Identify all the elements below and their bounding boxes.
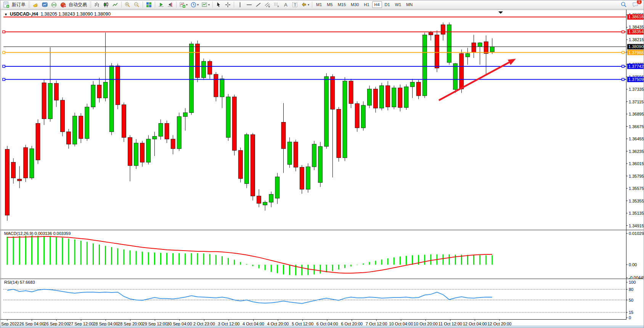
svg-text:10 Oct 04:00: 10 Oct 04:00 <box>389 322 413 326</box>
svg-text:1.36015: 1.36015 <box>629 161 644 166</box>
zoom-in-button[interactable] <box>123 1 132 8</box>
new-order-button[interactable] <box>2 1 11 8</box>
tab-h4[interactable]: H4 <box>372 1 382 8</box>
bar-chart-icon <box>94 2 100 8</box>
toolbar-separator <box>212 2 213 8</box>
svg-text:29 Sep 12:00: 29 Sep 12:00 <box>143 322 167 326</box>
svg-text:1.37988: 1.37988 <box>628 50 644 55</box>
toolbar-separator <box>312 2 312 8</box>
candlestick-icon <box>103 2 109 8</box>
toolbar-separator <box>234 2 234 8</box>
bar-chart-button[interactable] <box>93 1 101 8</box>
line-chart-button[interactable] <box>111 1 120 8</box>
svg-text:1.38435: 1.38435 <box>629 25 644 29</box>
autotrade-label[interactable]: 自动交易 <box>69 2 87 8</box>
clock-icon <box>190 2 197 8</box>
zoom-out-button[interactable] <box>132 1 141 8</box>
arrows-tool-button[interactable]: ▾ <box>300 1 310 8</box>
tab-m1[interactable]: M1 <box>314 1 324 8</box>
svg-text:28 Sep 20:00: 28 Sep 20:00 <box>118 322 143 326</box>
tab-m5[interactable]: M5 <box>324 1 335 8</box>
cursor-icon <box>215 2 222 8</box>
svg-text:A: A <box>284 2 287 8</box>
indicators-plus-icon <box>179 2 186 8</box>
candlestick-button[interactable] <box>102 1 111 8</box>
chart-quotes: 1.38205 1.38243 1.38090 1.38090 <box>41 11 111 17</box>
templates-button[interactable]: ▾ <box>200 1 211 8</box>
tab-h1[interactable]: H1 <box>361 1 371 8</box>
tab-m30[interactable]: M30 <box>348 1 361 8</box>
fibonacci-tool-button[interactable]: F <box>272 1 281 8</box>
auto-scroll-button[interactable] <box>157 1 165 8</box>
svg-text:12 Oct 04:00: 12 Oct 04:00 <box>463 322 487 326</box>
trendline-tool-button[interactable] <box>254 1 263 8</box>
chart-shift-icon <box>167 2 173 8</box>
text-tool-button[interactable]: A <box>281 1 290 8</box>
svg-text:1.35355: 1.35355 <box>629 199 644 203</box>
svg-text:1.36675: 1.36675 <box>629 124 644 129</box>
signals-button[interactable] <box>50 1 58 8</box>
svg-text:26 Sep 04:00: 26 Sep 04:00 <box>19 322 44 326</box>
channel-tool-button[interactable]: E <box>263 1 272 8</box>
collapse-icon[interactable]: ▼ <box>4 13 8 16</box>
svg-text:1.37742: 1.37742 <box>628 64 644 69</box>
crosshair-icon <box>225 2 231 8</box>
text-label-tool-button[interactable]: T <box>291 1 299 8</box>
svg-text:11 Oct 12:00: 11 Oct 12:00 <box>438 322 462 326</box>
svg-text:4 Oct 04:00: 4 Oct 04:00 <box>243 322 264 326</box>
auto-scroll-icon <box>158 2 164 8</box>
toolbar-separator <box>121 2 122 8</box>
toolbar: 新订单 自动交易 <box>0 0 644 9</box>
hline-tool-button[interactable] <box>245 1 254 8</box>
tab-mn[interactable]: MN <box>404 1 415 8</box>
toolbar-separator <box>176 2 177 8</box>
autotrade-icon <box>60 2 66 8</box>
svg-text:1.38354: 1.38354 <box>628 29 644 34</box>
zoom-out-icon <box>133 2 140 8</box>
crosshair-button[interactable] <box>223 1 232 8</box>
indicators-button[interactable]: ▾ <box>178 1 189 8</box>
svg-text:0.00: 0.00 <box>629 262 637 267</box>
chevron-down-icon: ▾ <box>208 3 210 6</box>
svg-text:1.36895: 1.36895 <box>629 112 644 116</box>
horn-icon <box>32 2 39 8</box>
svg-text:23 Sep 2022: 23 Sep 2022 <box>0 322 19 326</box>
svg-text:1.35575: 1.35575 <box>629 186 644 191</box>
market-watch-icon <box>42 2 48 8</box>
line-chart-icon <box>112 2 119 8</box>
tile-windows-icon <box>146 2 152 8</box>
svg-text:1.35795: 1.35795 <box>629 174 644 178</box>
toolbar-separator <box>155 2 155 8</box>
svg-text:15: 15 <box>629 310 633 315</box>
svg-text:12 Oct 20:00: 12 Oct 20:00 <box>488 322 512 326</box>
search-button[interactable] <box>619 1 628 8</box>
svg-text:T: T <box>294 2 297 7</box>
search-icon <box>620 1 627 8</box>
autotrade-button[interactable] <box>59 1 67 8</box>
svg-text:26 Sep 20:00: 26 Sep 20:00 <box>44 322 69 326</box>
chart-shift-button[interactable] <box>166 1 175 8</box>
tab-w1[interactable]: W1 <box>393 1 404 8</box>
chart-area[interactable]: ▼USDCAD-,H4 1.38205 1.38243 1.38090 1.38… <box>0 10 644 326</box>
svg-text:27 Sep 12:00: 27 Sep 12:00 <box>69 322 93 326</box>
templates-icon <box>201 2 208 8</box>
cursor-button[interactable] <box>214 1 223 8</box>
tab-m15[interactable]: M15 <box>336 1 348 8</box>
svg-text:F: F <box>278 5 279 8</box>
chart-canvas[interactable]: 1.386551.384351.382151.379951.377751.375… <box>0 10 644 326</box>
equidistant-channel-icon: E <box>264 2 271 8</box>
new-order-icon <box>3 2 10 8</box>
community-button[interactable]: 1 <box>631 1 640 8</box>
svg-text:1.38215: 1.38215 <box>629 37 644 42</box>
vline-tool-button[interactable] <box>236 1 244 8</box>
periods-button[interactable]: ▾ <box>189 1 200 8</box>
chart-symbol: USDCAD-,H4 <box>10 11 38 17</box>
new-order-label[interactable]: 新订单 <box>12 2 26 8</box>
toolbar-separator <box>143 2 143 8</box>
alerts-button[interactable] <box>31 1 40 8</box>
tile-windows-button[interactable] <box>145 1 153 8</box>
notification-badge: 1 <box>636 0 642 5</box>
tab-d1[interactable]: D1 <box>382 1 392 8</box>
svg-text:1.37509: 1.37509 <box>628 77 644 82</box>
market-watch-button[interactable] <box>40 1 49 8</box>
